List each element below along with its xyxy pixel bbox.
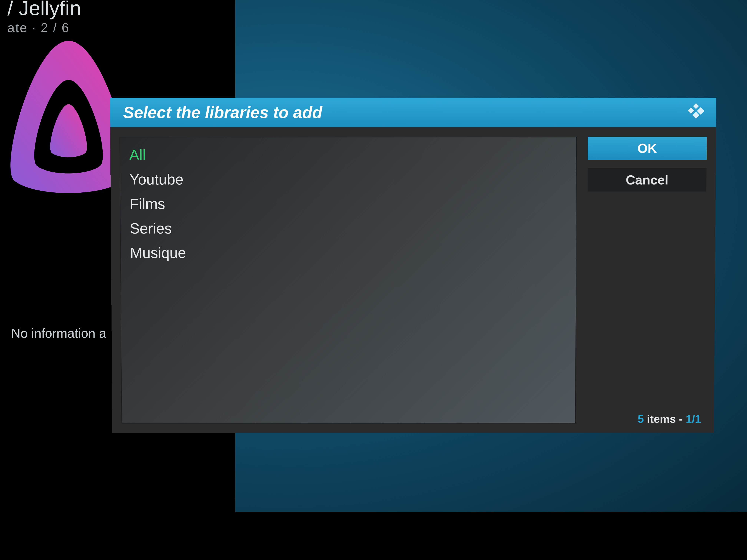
cancel-button[interactable]: Cancel [588, 168, 706, 191]
kodi-logo-icon [687, 103, 705, 122]
dialog-body: All Youtube Films Series Musique OK Canc… [110, 127, 716, 433]
svg-rect-2 [693, 112, 699, 119]
page-indicator: 1/1 [686, 413, 701, 425]
items-word: items - [644, 413, 686, 425]
item-count: 5 [638, 413, 644, 425]
breadcrumb-title: / Jellyfin [7, 0, 81, 20]
list-item-musique[interactable]: Musique [121, 241, 576, 265]
monitor-bezel [0, 512, 747, 560]
dialog-header: Select the libraries to add [110, 98, 716, 127]
list-item-series[interactable]: Series [121, 216, 576, 241]
dialog-status-footer: 5 items - 1/1 [638, 412, 701, 425]
info-text: No information a [11, 326, 106, 341]
list-item-films[interactable]: Films [120, 192, 576, 216]
list-item-youtube[interactable]: Youtube [120, 167, 576, 192]
library-list: All Youtube Films Series Musique [120, 137, 576, 424]
select-libraries-dialog: Select the libraries to add All Youtube … [110, 98, 716, 433]
dialog-title: Select the libraries to add [123, 103, 322, 122]
svg-rect-1 [697, 107, 704, 115]
ok-button[interactable]: OK [588, 137, 706, 160]
svg-rect-0 [693, 103, 699, 109]
dialog-actions: OK Cancel [587, 137, 707, 424]
svg-rect-3 [688, 107, 694, 114]
list-item-all[interactable]: All [120, 142, 576, 167]
